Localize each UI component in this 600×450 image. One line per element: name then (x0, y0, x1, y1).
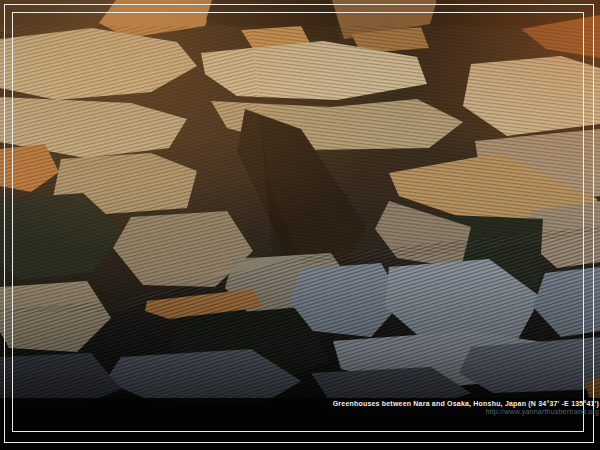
aerial-photo (0, 0, 600, 450)
caption-title: Greenhouses between Nara and Osaka, Hons… (333, 400, 599, 407)
photo-lighting (0, 0, 600, 450)
shadow-vignette (0, 0, 600, 450)
caption-credit-url: http://www.yannarthusbertrand.org (333, 408, 599, 415)
wallpaper: Greenhouses between Nara and Osaka, Hons… (0, 0, 600, 450)
photo-caption: Greenhouses between Nara and Osaka, Hons… (333, 400, 599, 415)
